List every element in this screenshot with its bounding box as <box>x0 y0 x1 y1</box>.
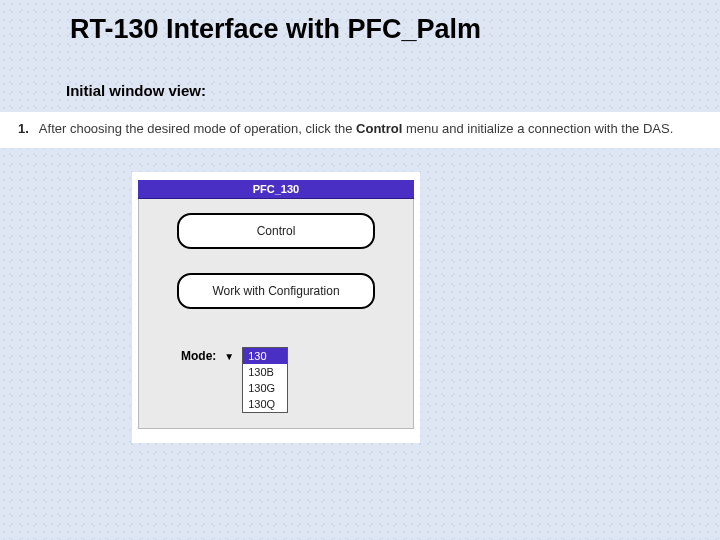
instruction-block: 1. After choosing the desired mode of op… <box>0 112 720 148</box>
pfc-titlebar: PFC_130 <box>138 180 414 199</box>
section-subtitle: Initial window view: <box>66 82 206 99</box>
work-with-configuration-button[interactable]: Work with Configuration <box>177 273 375 309</box>
page-title: RT-130 Interface with PFC_Palm <box>70 14 481 45</box>
instruction-before: After choosing the desired mode of opera… <box>39 121 356 136</box>
pfc-window: PFC_130 Control Work with Configuration … <box>132 172 420 443</box>
control-button[interactable]: Control <box>177 213 375 249</box>
mode-option-130[interactable]: 130 <box>243 348 287 364</box>
mode-dropdown-list[interactable]: 130 130B 130G 130Q <box>242 347 288 413</box>
instruction-after: menu and initialize a connection with th… <box>402 121 673 136</box>
dropdown-arrow-icon[interactable]: ▼ <box>224 351 234 362</box>
mode-option-130q[interactable]: 130Q <box>243 396 287 412</box>
pfc-padding: PFC_130 Control Work with Configuration … <box>132 172 420 443</box>
instruction-bold: Control <box>356 121 402 136</box>
instruction-text: After choosing the desired mode of opera… <box>39 120 673 138</box>
mode-label: Mode: <box>181 349 216 363</box>
mode-option-130g[interactable]: 130G <box>243 380 287 396</box>
mode-row: Mode: ▼ 130 130B 130G 130Q <box>181 347 288 413</box>
mode-option-130b[interactable]: 130B <box>243 364 287 380</box>
pfc-body: Control Work with Configuration Mode: ▼ … <box>138 199 414 429</box>
instruction-number: 1. <box>18 121 29 136</box>
